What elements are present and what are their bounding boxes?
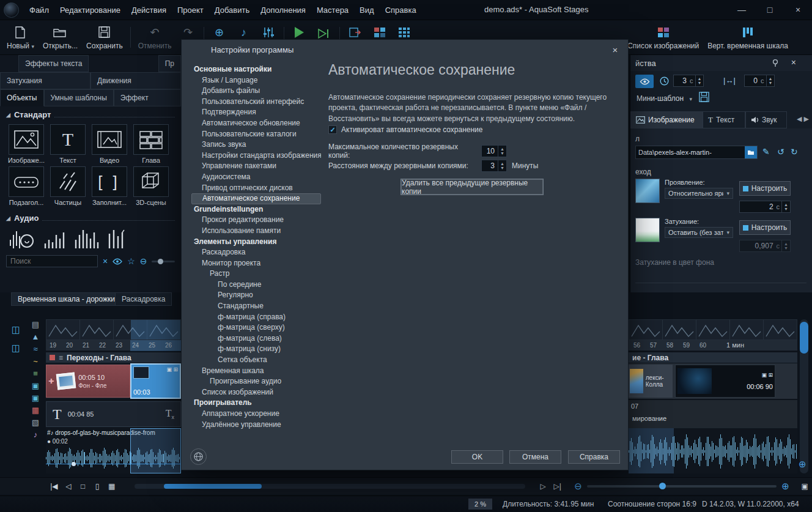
language-globe-button[interactable] <box>190 448 207 465</box>
stop-button[interactable]: □ <box>76 480 90 492</box>
object-image[interactable]: Изображе... <box>7 124 45 164</box>
settings-tree-item[interactable]: Привод оптических дисков <box>191 183 321 194</box>
settings-tree-item[interactable]: Растр <box>191 269 321 280</box>
max-copies-spinner[interactable]: 10 ▲▼ <box>481 145 507 157</box>
menu-item-7[interactable]: Вид <box>354 2 380 18</box>
settings-tree-item[interactable]: Запись звука <box>191 139 321 150</box>
range-button[interactable]: ▯ <box>90 480 105 492</box>
right-video-clip[interactable]: ▣ ⊞ 00:06 90 <box>675 365 775 398</box>
close-panel-icon[interactable]: × <box>791 58 796 67</box>
offset-spinner-arrows[interactable]: ▲▼ <box>766 75 775 86</box>
tab-timeline-tracks[interactable]: Временная шкала - дорожки <box>11 292 122 306</box>
settings-tree-item[interactable]: Пользовательский интерфейс <box>191 97 321 108</box>
browse-folder-icon[interactable] <box>745 146 757 158</box>
clip-background[interactable]: ✚ 00:05 10 Фон - Фле <box>46 365 130 398</box>
ruler-left[interactable]: 1920212223242526 <box>46 340 181 351</box>
settings-tree-item[interactable]: Основные настройки <box>191 64 321 75</box>
interval-arrows[interactable]: ▲▼ <box>498 160 506 171</box>
vertical-timeline-button[interactable]: Верт. временная шкала <box>703 21 792 53</box>
settings-tree-item[interactable]: Аудиосистема <box>191 172 321 183</box>
vertical-scrollbar-thumb[interactable] <box>800 322 808 354</box>
zoom-in-timeline-icon[interactable]: ⊕ <box>781 481 789 492</box>
audio-level-line[interactable] <box>46 464 181 464</box>
timeline-zoom-handle[interactable] <box>659 483 666 489</box>
duration-value[interactable]: 3 <box>674 76 690 85</box>
cancel-button[interactable]: Отмена <box>509 450 561 464</box>
fade-out-spinner-arrows[interactable]: ▲▼ <box>781 240 790 251</box>
audio-object-wave-icon[interactable] <box>9 228 37 250</box>
settings-tree-item[interactable]: ф-матрица (снизу) <box>191 344 321 355</box>
settings-tree-item[interactable]: Удалённое управление <box>191 420 321 431</box>
zoom-out-timeline-icon[interactable]: ⊖ <box>574 481 582 492</box>
audio-waveform-icon[interactable]: ≈ <box>33 345 37 353</box>
image-list-button[interactable]: Список изображений <box>623 21 703 53</box>
settings-tree-item[interactable]: По середине <box>191 280 321 291</box>
save-template-icon[interactable] <box>699 92 709 102</box>
timeline-scrollbar-thumb[interactable] <box>164 484 262 489</box>
fade-out-time-value[interactable]: 0,907 <box>740 242 777 250</box>
file-path-input[interactable] <box>636 149 745 156</box>
settings-tree-item[interactable]: Стандартные <box>191 301 321 312</box>
tab-partial[interactable]: Пр <box>158 55 181 72</box>
selected-clip[interactable]: ▣ ⊞ 00:03 <box>130 363 181 399</box>
settings-tree-item[interactable]: Подтверждения <box>191 107 321 118</box>
save-button[interactable]: Сохранить <box>82 21 127 53</box>
image-track-icon[interactable]: ▲ <box>32 333 40 341</box>
mini-template-dropdown[interactable]: Мини-шаблон ▾ <box>637 94 692 103</box>
track-header-right[interactable]: ие - Глава <box>629 352 797 363</box>
object-video[interactable]: Видео <box>90 124 128 164</box>
settings-tree-item[interactable]: Сетка объекта <box>191 355 321 366</box>
tab-scroll-arrows[interactable]: ◀ ▶ <box>797 115 809 123</box>
tab-sound[interactable]: Звук <box>745 111 787 128</box>
tab-image[interactable]: Изображение <box>630 111 703 128</box>
skip-start-button[interactable]: |◀ <box>47 480 62 492</box>
new-button[interactable]: Новый ▾ <box>2 21 39 53</box>
fade-in-thumbnail[interactable] <box>635 179 660 203</box>
delete-backups-button[interactable]: Удалить все предыдущие резервные копии <box>401 179 543 195</box>
fade-in-time-value[interactable]: 2 <box>740 202 777 211</box>
tab-effects[interactable]: Эффект <box>114 89 181 106</box>
fit-width-icon[interactable]: ◫ <box>12 324 20 335</box>
menu-item-1[interactable]: Редактирование <box>54 2 126 18</box>
settings-tree-item[interactable]: Временная шкала <box>191 366 321 377</box>
duration-spinner-arrows[interactable]: ▲▼ <box>695 75 704 86</box>
ok-button[interactable]: OK <box>451 450 503 464</box>
autosave-checkbox[interactable]: ✓ <box>328 125 337 134</box>
step-back-button[interactable]: ◁ <box>61 480 76 492</box>
tab-text-effects[interactable]: Эффекты текста <box>18 55 89 72</box>
settings-tree-item[interactable]: Элементы управления <box>191 237 321 248</box>
tab-storyboard[interactable]: Раскадровка <box>115 292 172 306</box>
object-particles[interactable]: Частицы <box>49 166 87 206</box>
list-icon[interactable]: ≡ <box>33 369 38 377</box>
video-track-icon[interactable]: ▤ <box>32 321 39 328</box>
track-header-left[interactable]: ≡ Переходы - Глава <box>46 352 181 363</box>
settings-tree-item[interactable]: Grundeinstellungen <box>191 204 321 215</box>
menu-item-3[interactable]: Проект <box>172 2 209 18</box>
grid-red-icon[interactable]: ▦ <box>32 406 39 414</box>
section-standard[interactable]: ◢ Стандарт <box>0 106 181 121</box>
menu-item-4[interactable]: Добавить <box>209 2 255 18</box>
settings-tree-item[interactable]: Проигрыватель <box>191 398 321 409</box>
thumbnail-size-slider[interactable] <box>152 261 175 262</box>
max-copies-value[interactable]: 10 <box>482 147 498 155</box>
object-placeholder[interactable]: [ ] Заполнит... <box>90 166 128 206</box>
settings-tree-item[interactable]: ф-матрица (слева) <box>191 333 321 344</box>
grid-select-button[interactable]: ▦ <box>105 480 119 492</box>
fit-height-icon[interactable]: ◫ <box>12 343 20 354</box>
help-button[interactable]: Справка <box>568 450 620 464</box>
copy-alt-icon[interactable]: ▣ <box>32 394 39 402</box>
vertical-zoom-in-icon[interactable]: ⊕ <box>799 459 806 470</box>
timeline-zoom-slider[interactable] <box>587 485 777 488</box>
fade-in-dropdown[interactable]: Относительно ярк▾ <box>665 188 733 199</box>
file-path-field[interactable] <box>635 146 758 159</box>
settings-tree-item[interactable]: Добавить файлы <box>191 86 321 97</box>
play-range-button[interactable]: ▷ <box>536 480 550 492</box>
curve-icon[interactable]: ~ <box>33 357 38 365</box>
settings-tree-item[interactable]: Аппаратное ускорение <box>191 409 321 420</box>
clear-search-icon[interactable]: × <box>103 257 108 265</box>
menu-item-2[interactable]: Действия <box>126 2 172 18</box>
settings-tree-item[interactable]: Монитор проекта <box>191 258 321 269</box>
tab-objects[interactable]: Объекты <box>0 89 44 106</box>
right-image-clip[interactable]: лекси-Колла <box>629 365 673 398</box>
fade-out-time-spinner[interactable]: 0,907 c ▲▼ <box>739 240 791 252</box>
